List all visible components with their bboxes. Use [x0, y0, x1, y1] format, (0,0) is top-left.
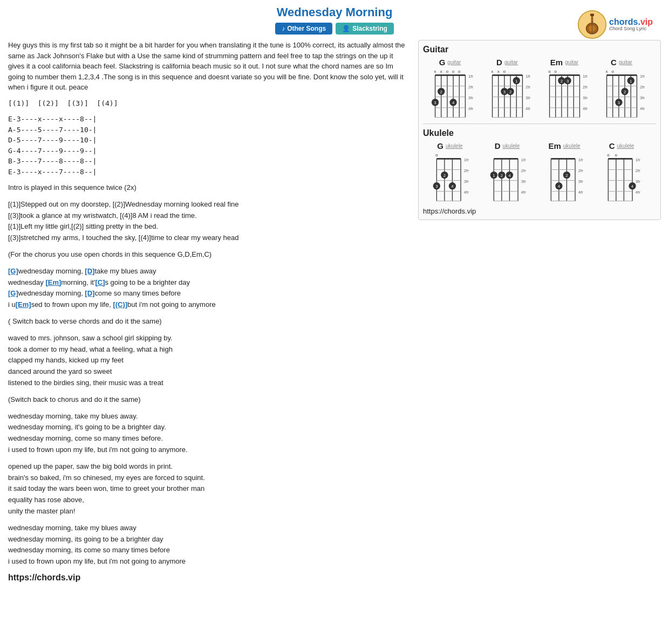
chord-D-type[interactable]: guitar	[504, 59, 518, 65]
svg-text:1: 1	[515, 79, 517, 84]
chord-G[interactable]: [G]	[8, 267, 18, 275]
verse-line: wednesday morning, take my blues away.	[8, 411, 410, 422]
chord-D-uke-type[interactable]: ukulele	[503, 143, 520, 149]
chord-C-uke-name: C	[609, 141, 615, 150]
chord-C-uke-svg: o o 1fr 2fr 3fr 4fr 4	[599, 152, 645, 203]
verse-line: danced around the yard so sweet	[8, 366, 410, 378]
svg-text:o: o	[446, 69, 448, 74]
svg-text:3: 3	[503, 90, 505, 94]
verse-line: wednesday morning, come so many times be…	[8, 433, 410, 444]
chord-G2[interactable]: [G]	[8, 289, 18, 297]
verse-line: [(3)]stretched my arms, I touched the sk…	[8, 232, 410, 244]
verse-3: wednesday morning, take my blues away. w…	[8, 411, 410, 456]
chord-Em-name: Em	[550, 58, 563, 67]
svg-text:4fr: 4fr	[583, 106, 588, 111]
chord-G-svg: x x o o o 1fr 2fr 3fr 4fr 2	[425, 68, 476, 119]
left-column: Hey guys this is my first tab so it migh…	[8, 40, 410, 583]
svg-text:3: 3	[617, 100, 619, 105]
svg-text:2fr: 2fr	[468, 85, 474, 90]
ukulele-section-title: Ukulele	[423, 128, 656, 138]
svg-text:1fr: 1fr	[640, 74, 645, 79]
chords-url-right: https://chords.vip	[423, 207, 656, 215]
chord-C-name: C	[611, 58, 617, 67]
svg-text:3fr: 3fr	[525, 95, 531, 100]
svg-text:o: o	[503, 69, 506, 74]
guitar-chord-row: G guitar	[423, 58, 656, 119]
svg-text:x: x	[434, 69, 436, 74]
svg-text:o: o	[607, 153, 610, 157]
chord-Em2[interactable]: [Em]	[16, 300, 31, 309]
svg-text:2fr: 2fr	[583, 85, 588, 90]
slackstring-label: Slackstring	[352, 25, 387, 32]
logo-chords: chords.	[609, 17, 640, 26]
intro-note: Intro is played in this sequence twice (…	[8, 182, 410, 194]
chord-Em[interactable]: [Em]	[45, 278, 61, 286]
svg-text:x: x	[497, 69, 499, 74]
verse-line: listened to the birdies sing, their musi…	[8, 378, 410, 389]
svg-text:o: o	[452, 69, 454, 74]
other-songs-button[interactable]: ♪ Other Songs	[275, 23, 332, 35]
svg-text:2fr: 2fr	[640, 85, 645, 90]
chord-G-uke-type[interactable]: ukulele	[446, 143, 463, 149]
svg-text:x: x	[491, 69, 493, 74]
chord-G-name: G	[439, 58, 446, 67]
verse-line: opened up the paper, saw the big bold wo…	[8, 461, 410, 472]
svg-text:2fr: 2fr	[525, 85, 531, 90]
verse-line: wednesday morning, its going to be a bri…	[8, 534, 410, 545]
chord-G-ukulele: G ukulele o	[423, 141, 477, 203]
switch-note-1: ( Switch back to verse chords and do it …	[8, 316, 410, 327]
logo-area: chords.vip Chord Song Lyric	[577, 10, 653, 39]
verse-5: wednesday morning, take my blues away we…	[8, 523, 410, 567]
chord-Em-svg: o o 1fr 2fr 3fr 4fr 2 3	[539, 68, 590, 119]
chord-C[interactable]: [C]	[95, 278, 105, 286]
chord-Em-guitar: Em guitar	[537, 58, 591, 119]
chord-D2[interactable]: [D]	[85, 289, 94, 297]
chorus-line: [G]wednesday morning, [D]come so many ti…	[8, 288, 410, 299]
verse-line: equality has rose above,	[8, 495, 410, 506]
chord-C-guitar: C guitar	[595, 58, 648, 119]
svg-text:4fr: 4fr	[578, 190, 583, 195]
logo-text: chords.vip Chord Song Lyric	[609, 17, 653, 32]
person-icon: 👤	[342, 25, 350, 32]
svg-text:4fr: 4fr	[635, 190, 640, 195]
chord-C-type[interactable]: guitar	[619, 59, 632, 65]
chord-Em-type[interactable]: guitar	[565, 59, 578, 65]
chord-Em-uke-type[interactable]: ukulele	[563, 143, 581, 149]
verse-line: it said today the wars been won, time to…	[8, 483, 410, 495]
chord-C2[interactable]: [(C)]	[113, 300, 127, 309]
svg-text:o: o	[615, 153, 617, 157]
chorus-line: [G]wednesday morning, [D]take my blues a…	[8, 266, 410, 277]
svg-text:4fr: 4fr	[521, 190, 526, 195]
svg-text:o: o	[458, 69, 461, 74]
chord-D-guitar: D guitar	[480, 58, 534, 119]
verse-1: [(1)]Stepped out on my doorstep, [(2)]We…	[8, 199, 410, 244]
svg-text:4: 4	[452, 100, 454, 105]
svg-text:3fr: 3fr	[521, 179, 526, 184]
svg-text:2fr: 2fr	[578, 168, 583, 173]
ukulele-chord-row: G ukulele o	[423, 141, 656, 203]
verse-line: took a domer to my head, what a feeling,…	[8, 344, 410, 355]
chord-Em-uke-name: Em	[548, 141, 561, 150]
chord-G-type[interactable]: guitar	[447, 59, 461, 65]
chord-G-guitar: G guitar	[423, 58, 477, 119]
svg-text:1fr: 1fr	[578, 157, 583, 162]
svg-text:o: o	[435, 153, 438, 157]
svg-text:4: 4	[451, 184, 454, 189]
svg-text:3fr: 3fr	[578, 179, 583, 184]
svg-text:2: 2	[443, 173, 445, 178]
chord-C-uke-type[interactable]: ukulele	[617, 143, 634, 149]
verse-line: [(1)]Left my little girl,[(2)] sitting p…	[8, 221, 410, 232]
svg-text:4fr: 4fr	[640, 106, 645, 111]
verse-4: opened up the paper, saw the big bold wo…	[8, 461, 410, 517]
chord-Em-ukulele: Em ukulele	[537, 141, 591, 203]
svg-text:3fr: 3fr	[468, 95, 474, 100]
svg-text:4: 4	[557, 184, 560, 189]
slackstring-button[interactable]: 👤 Slackstring	[336, 23, 394, 35]
svg-text:o: o	[554, 69, 557, 74]
svg-text:2: 2	[500, 173, 502, 178]
svg-text:3fr: 3fr	[640, 95, 645, 100]
svg-text:1fr: 1fr	[635, 157, 640, 162]
chord-D[interactable]: [D]	[85, 267, 94, 275]
svg-text:3: 3	[566, 79, 568, 84]
verse-line: wednesday morning, its come so many time…	[8, 545, 410, 556]
